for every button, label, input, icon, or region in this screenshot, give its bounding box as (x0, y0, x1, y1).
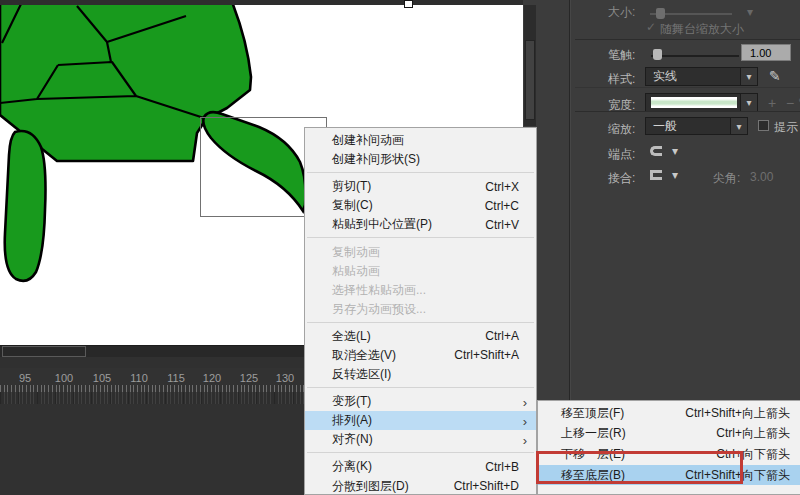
shortcut: Ctrl+X (475, 180, 519, 194)
chevron-down-icon[interactable]: ▾ (672, 144, 678, 158)
timeline-empty-area (0, 404, 310, 495)
chevron-down-icon[interactable]: ▾ (740, 68, 757, 85)
scale-with-stage-label[interactable]: 随舞台缩放大小 (660, 21, 744, 38)
scale-label: 缩放: (608, 121, 635, 138)
frame-number: 130 (272, 372, 298, 384)
menu-item-copy-motion: 复制动画 (305, 242, 536, 261)
submenu-item-bring-forward[interactable]: 上移一层(R) Ctrl+向上箭头 (538, 424, 800, 445)
panel-separator (575, 87, 800, 88)
size-label: 大小: (608, 4, 635, 21)
plus-icon[interactable]: + (768, 95, 776, 111)
submenu-item-bring-to-front[interactable]: 移至顶层(F) Ctrl+Shift+向上箭头 (538, 403, 800, 424)
hints-checkbox[interactable] (758, 120, 769, 131)
stage-resize-handle[interactable] (404, 0, 413, 8)
shortcut: Ctrl+A (475, 329, 519, 343)
timeline-field[interactable] (2, 346, 86, 357)
minus-icon[interactable]: − (786, 95, 794, 111)
menu-item-arrange[interactable]: 排列(A) › (305, 411, 536, 430)
frame-number: 115 (163, 372, 189, 384)
submenu-arrow-icon: › (523, 395, 527, 408)
menu-separator (307, 322, 534, 323)
stroke-slider[interactable] (651, 55, 739, 57)
ruler-tick-marks (0, 385, 310, 392)
frame-number: 120 (199, 372, 225, 384)
chevron-down-icon[interactable]: ▾ (740, 94, 757, 111)
size-slider-handle[interactable] (656, 8, 665, 19)
shortcut: Ctrl+Shift+向上箭头 (677, 405, 790, 422)
style-label: 样式: (608, 71, 635, 88)
stroke-label: 笔触: (608, 47, 635, 64)
checkmark-icon[interactable]: ✓ (646, 20, 656, 34)
menu-item-break-apart[interactable]: 分离(K) Ctrl+B (305, 457, 536, 476)
chevron-down-icon[interactable]: ▾ (747, 5, 753, 19)
menu-separator (307, 387, 534, 388)
vertical-scrollbar[interactable] (524, 5, 536, 126)
panel-separator (575, 39, 800, 40)
application-window: 95 100 105 110 115 120 125 130 大小: ▾ ✓ 随… (0, 0, 800, 495)
stroke-slider-handle[interactable] (653, 49, 662, 60)
menu-item-deselect-all[interactable]: 取消全选(V) Ctrl+Shift+A (305, 346, 536, 365)
frame-number: 125 (236, 372, 262, 384)
timeline-frames-grid[interactable] (0, 392, 310, 404)
style-value: 实线 (646, 68, 740, 85)
menu-item-save-as-motion-preset: 另存为动画预设... (305, 300, 536, 319)
frame-number: 95 (12, 372, 38, 384)
chevron-down-icon[interactable]: ▾ (730, 118, 747, 134)
frame-number: 100 (51, 372, 77, 384)
miter-value: 3.00 (750, 170, 773, 184)
pencil-icon[interactable]: ✎ (769, 68, 781, 84)
menu-item-invert-selection[interactable]: 反转选区(I) (305, 365, 536, 384)
menu-item-copy[interactable]: 复制(C) Ctrl+C (305, 196, 536, 215)
hints-label: 提示 (774, 119, 798, 136)
cap-style-icon[interactable] (650, 146, 662, 156)
frame-number: 105 (89, 372, 115, 384)
menu-item-create-motion-tween[interactable]: 创建补间动画 (305, 131, 536, 150)
scale-value: 一般 (646, 118, 730, 135)
join-style-icon[interactable] (650, 170, 662, 180)
shortcut: Ctrl+向上箭头 (708, 425, 790, 442)
scrollbar-thumb[interactable] (525, 40, 535, 120)
timeline-strip (0, 357, 310, 368)
join-label: 接合: (608, 170, 635, 187)
menu-item-align[interactable]: 对齐(N) › (305, 430, 536, 449)
shortcut: Ctrl+Shift+A (444, 348, 519, 362)
shortcut: Ctrl+V (475, 218, 519, 232)
scale-dropdown[interactable]: 一般 ▾ (645, 117, 748, 135)
annotation-highlight-box (536, 451, 743, 484)
menu-item-paste-in-center[interactable]: 粘贴到中心位置(P) Ctrl+V (305, 215, 536, 234)
shortcut: Ctrl+C (475, 199, 519, 213)
menu-item-paste-motion-special: 选择性粘贴动画... (305, 281, 536, 300)
shortcut: Ctrl+B (475, 460, 519, 474)
menu-item-cut[interactable]: 剪切(T) Ctrl+X (305, 177, 536, 196)
submenu-arrow-icon: › (523, 433, 527, 446)
menu-item-select-all[interactable]: 全选(L) Ctrl+A (305, 327, 536, 346)
miter-label: 尖角: (713, 170, 740, 187)
stroke-value-field[interactable]: 1.00 (741, 44, 791, 61)
menu-separator (307, 237, 534, 238)
context-menu: 创建补间动画 创建补间形状(S) 剪切(T) Ctrl+X 复制(C) Ctrl… (304, 127, 537, 495)
menu-item-transform[interactable]: 变形(T) › (305, 392, 536, 411)
width-style-dropdown[interactable]: ▾ (645, 93, 758, 112)
panel-separator (575, 111, 800, 112)
menu-item-distribute-to-layers[interactable]: 分散到图层(D) Ctrl+Shift+D (305, 477, 536, 495)
frame-number: 110 (126, 372, 152, 384)
menu-separator (307, 452, 534, 453)
menu-separator (307, 172, 534, 173)
submenu-arrow-icon: › (523, 414, 527, 427)
width-style-preview (651, 97, 737, 108)
cap-label: 端点: (608, 146, 635, 163)
menu-item-create-shape-tween[interactable]: 创建补间形状(S) (305, 150, 536, 169)
chevron-down-icon[interactable]: ▾ (672, 168, 678, 182)
shortcut: Ctrl+Shift+D (444, 479, 519, 493)
style-dropdown[interactable]: 实线 ▾ (645, 67, 758, 86)
menu-item-paste-motion: 粘贴动画 (305, 262, 536, 281)
